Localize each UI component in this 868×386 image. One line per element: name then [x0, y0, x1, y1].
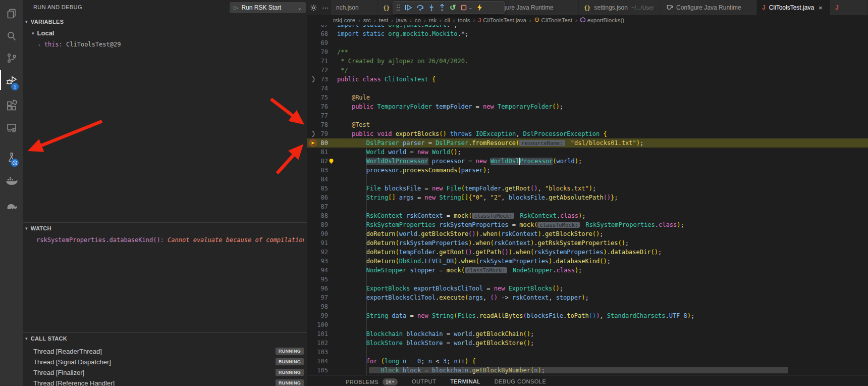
line-number[interactable]: 94 [307, 266, 328, 275]
code-line[interactable]: /** [337, 47, 348, 57]
line-number[interactable]: 97 [307, 293, 328, 302]
run-config-button[interactable]: ▷ Run RSK Start ⌄ [230, 2, 306, 13]
breadcrumb-item[interactable]: rskj-core [333, 17, 355, 23]
tab-settings-json[interactable]: {}settings.json~/.../User [579, 0, 661, 15]
extensions-icon[interactable] [0, 94, 23, 117]
breadcrumb-item[interactable]: exportBlocks() [580, 17, 625, 23]
variables-scope-local[interactable]: ▾ Local [32, 29, 55, 37]
step-out-icon[interactable] [439, 4, 445, 11]
line-number[interactable]: 78 [307, 120, 328, 129]
code-line[interactable]: BlockStore blockStore = world.getBlockSt… [337, 339, 534, 348]
code-line[interactable]: for (long n = 0; n < 3; n++) { [337, 357, 476, 366]
line-number[interactable]: 77 [307, 111, 328, 120]
line-number[interactable]: 86 [307, 193, 328, 202]
explorer-icon[interactable] [0, 2, 23, 25]
tab-clitoolstest-java[interactable]: JCliToolsTest.java× [757, 0, 830, 15]
drag-grip-icon[interactable] [396, 4, 400, 11]
line-number[interactable]: 88 [307, 211, 328, 220]
breadcrumb-item[interactable]: tools [458, 17, 470, 23]
line-number[interactable]: 95 [307, 275, 328, 284]
code-line[interactable]: import static org.mockito.Mockito.*; [337, 29, 468, 38]
code-line[interactable]: NodeStopper stopper = mock(classToMock: … [337, 266, 582, 275]
line-number[interactable]: 101 [307, 329, 328, 339]
line-number[interactable]: 89 [307, 220, 328, 229]
line-number[interactable]: 72 [307, 66, 328, 75]
line-number[interactable]: 71 [307, 57, 328, 66]
code-line[interactable]: DslParser parser = DslParser.fromResourc… [337, 138, 643, 148]
code-line[interactable]: public TemporaryFolder tempFolder = new … [337, 102, 563, 111]
breadcrumb-item[interactable]: test [379, 17, 389, 23]
breadcrumb-item[interactable]: rsk [429, 17, 437, 23]
breadcrumb-item[interactable]: src [363, 17, 371, 23]
panel-tab-problems[interactable]: PROBLEMS1K+ [346, 378, 398, 385]
line-number[interactable]: 69 [307, 38, 328, 47]
code-line[interactable]: World world = new World(); [337, 148, 461, 157]
step-over-icon[interactable] [416, 4, 424, 11]
line-number[interactable]: 84 [307, 175, 328, 184]
code-line[interactable]: */ [337, 66, 348, 75]
settings-gear-icon[interactable] [310, 0, 317, 15]
continue-icon[interactable] [405, 4, 412, 11]
line-number[interactable]: 74 [307, 84, 328, 93]
fold-region-arc-icon[interactable] [310, 130, 317, 139]
more-actions-icon[interactable]: ⋯ [322, 0, 330, 15]
line-number[interactable]: 96 [307, 284, 328, 293]
line-number[interactable]: 76 [307, 102, 328, 111]
code-line[interactable]: * Created by ajlopez on 26/04/2020. [337, 57, 468, 66]
call-stack-thread-row[interactable]: Thread [ReaderThread]RUNNING [33, 346, 304, 356]
lightbulb-icon[interactable] [328, 158, 335, 167]
code-line[interactable]: RskContext rskContext = mock(classToMock… [337, 211, 586, 220]
line-number[interactable]: 83 [307, 166, 328, 175]
fold-region-arc-icon[interactable] [310, 76, 317, 85]
breadcrumb-item[interactable]: JCliToolsTest.java [478, 17, 526, 23]
line-number[interactable]: 91 [307, 238, 328, 248]
line-number[interactable]: 82 [307, 157, 328, 166]
code-line[interactable]: WorldDslProcessor processor = new WorldD… [337, 157, 582, 166]
hot-code-replace-bolt-icon[interactable] [477, 4, 482, 11]
line-number[interactable]: 85 [307, 184, 328, 193]
code-editor[interactable]: 67import static org.junit.Assert.*;68imp… [307, 0, 868, 375]
line-number[interactable]: 104 [307, 357, 328, 366]
line-number[interactable]: 103 [307, 348, 328, 357]
line-number[interactable]: 99 [307, 311, 328, 320]
code-line[interactable]: Blockchain blockchain = world.getBlockCh… [337, 329, 534, 339]
close-icon[interactable]: × [819, 4, 823, 12]
remote-explorer-icon[interactable] [0, 116, 23, 139]
code-line[interactable]: @Test [337, 120, 370, 129]
line-number[interactable]: 102 [307, 339, 328, 348]
call-stack-thread-row[interactable]: Thread [Reference Handler]RUNNING [33, 378, 304, 386]
stop-icon[interactable] [461, 5, 467, 11]
code-line[interactable]: RskSystemProperties rskSystemProperties … [337, 220, 684, 229]
code-line[interactable]: exportBlocksCliTool.execute(args, () -> … [337, 293, 589, 302]
breadcrumb-item[interactable]: cli [445, 17, 450, 23]
line-number[interactable]: 100 [307, 320, 328, 329]
tab-nch-json[interactable]: nch.json [331, 0, 378, 15]
breadcrumb-item[interactable]: co [415, 17, 421, 23]
watch-section-header[interactable]: ▾ WATCH [25, 225, 51, 231]
code-line[interactable]: doReturn(DbKind.LEVEL_DB).when(rskSystem… [337, 257, 611, 266]
code-line[interactable]: doReturn(tempFolder.getRoot().getPath())… [337, 248, 662, 257]
line-number[interactable]: 98 [307, 302, 328, 311]
code-line[interactable]: public class CliToolsTest { [337, 75, 436, 84]
code-line[interactable]: String data = new String(Files.readAllBy… [337, 311, 694, 320]
call-stack-thread-row[interactable]: Thread [Signal Dispatcher]RUNNING [33, 357, 304, 367]
panel-tab-terminal[interactable]: TERMINAL [450, 378, 480, 384]
debug-current-step-icon[interactable] [309, 139, 317, 149]
step-into-icon[interactable] [428, 4, 435, 11]
panel-tab-output[interactable]: OUTPUT [412, 378, 436, 384]
variable-this-row[interactable]: › this: CliToolsTest@29 [38, 41, 121, 48]
search-icon[interactable] [0, 24, 23, 47]
code-line[interactable]: @Rule [337, 93, 370, 102]
code-line[interactable]: processor.processCommands(parser); [337, 166, 491, 175]
line-number[interactable]: 70 [307, 47, 328, 57]
docker-icon[interactable] [0, 170, 23, 192]
code-line[interactable]: doReturn(rskSystemProperties).when(rskCo… [337, 238, 629, 248]
call-stack-thread-row[interactable]: Thread [Finalizer]RUNNING [33, 367, 304, 377]
gradle-elephant-icon[interactable] [0, 194, 23, 217]
breadcrumb-item[interactable]: java [396, 17, 407, 23]
code-line[interactable]: ExportBlocks exportBlocksCliTool = new E… [337, 284, 563, 293]
watch-expression-row[interactable]: rskSystemProperties.databaseKind(): Cann… [36, 236, 304, 244]
code-line[interactable]: File blocksFile = new File(tempFolder.ge… [337, 184, 596, 193]
code-line[interactable]: String[] args = new String[]{"0", "2", b… [337, 193, 618, 202]
line-number[interactable]: 92 [307, 248, 328, 257]
